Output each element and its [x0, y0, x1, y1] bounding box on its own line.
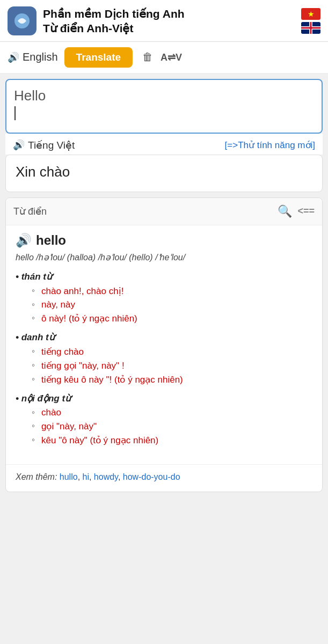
- swap-icon[interactable]: A⇌V: [161, 52, 182, 63]
- see-also-link-hullo[interactable]: hullo: [60, 472, 78, 481]
- translation-output: Xin chào: [5, 155, 323, 192]
- dictionary-icons: 🔍 <==: [278, 204, 315, 218]
- output-lang-row: 🔊 Tiếng Việt [=>Thử tính năng mới]: [5, 134, 323, 155]
- list-item: này, này: [32, 299, 312, 310]
- dictionary-title: Từ điển: [13, 206, 47, 217]
- dict-meanings-thantu: chào anh!, chào chị! này, này ô này! (tỏ…: [16, 286, 312, 324]
- list-item: chào anh!, chào chị!: [32, 286, 312, 297]
- app-title: Phần mềm Dịch tiếng Anh Từ điển Anh-Việt: [43, 6, 185, 36]
- list-item: kêu "ô này" (tỏ ý ngạc nhiên): [32, 435, 312, 446]
- source-lang-label: 🔊 English: [8, 51, 58, 63]
- dictionary-section: Từ điển 🔍 <== 🔊 hello hello /həˈlou/ (ha…: [5, 197, 323, 492]
- dict-meanings-danhtu: tiếng chào tiếng gọi "này, này" ! tiếng …: [16, 346, 312, 385]
- speaker-icon[interactable]: 🔊: [8, 52, 19, 63]
- source-text[interactable]: Hello: [14, 87, 314, 125]
- see-also-link-howdy[interactable]: howdy: [94, 472, 118, 481]
- dict-pos-thantu: thán từ: [16, 271, 312, 282]
- delete-icon[interactable]: 🗑: [142, 51, 153, 63]
- list-item: gọi "này, này": [32, 421, 312, 432]
- dict-pronunciation: hello /həˈlou/ (halloa) /həˈlou/ (hello)…: [16, 252, 312, 262]
- see-also-link-howdoyoudo[interactable]: how-do-you-do: [123, 472, 180, 481]
- translate-button[interactable]: Translate: [64, 47, 133, 68]
- list-item: tiếng kêu ô này "! (tỏ ý ngạc nhiên): [32, 374, 312, 385]
- new-feature-link[interactable]: [=>Thử tính năng mới]: [225, 140, 315, 151]
- dict-pos-danhtu: danh từ: [16, 332, 312, 343]
- see-also-link-hi[interactable]: hi: [83, 472, 89, 481]
- list-item: tiếng gọi "này, này" !: [32, 360, 312, 371]
- dict-search-icon[interactable]: 🔍: [278, 204, 292, 218]
- output-lang-label: 🔊 Tiếng Việt: [13, 139, 75, 151]
- dict-meanings-noidontu: chào gọi "này, này" kêu "ô này" (tỏ ý ng…: [16, 407, 312, 446]
- flag-vietnam: [301, 8, 320, 20]
- toolbar-actions: 🗑 A⇌V: [142, 51, 182, 63]
- dict-section-danhtu: danh từ tiếng chào tiếng gọi "này, này" …: [16, 332, 312, 385]
- list-item: ô này! (tỏ ý ngạc nhiên): [32, 313, 312, 324]
- dict-pos-noidontu: nội động từ: [16, 393, 312, 404]
- dict-word-title: 🔊 hello: [16, 233, 312, 248]
- input-area: Hello: [5, 79, 323, 134]
- header-left: Phần mềm Dịch tiếng Anh Từ điển Anh-Việt: [8, 6, 185, 36]
- list-item: tiếng chào: [32, 346, 312, 357]
- list-item: chào: [32, 407, 312, 418]
- flag-container: [301, 8, 320, 34]
- dictionary-header: Từ điển 🔍 <==: [6, 198, 322, 225]
- dict-section-thantu: thán từ chào anh!, chào chị! này, này ô …: [16, 271, 312, 324]
- flag-uk: [301, 22, 320, 34]
- see-also: Xem thêm: hullo, hi, howdy, how-do-you-d…: [6, 464, 322, 492]
- dict-speaker-icon[interactable]: 🔊: [16, 233, 32, 248]
- app-header: Phần mềm Dịch tiếng Anh Từ điển Anh-Việt: [0, 0, 328, 42]
- toolbar: 🔊 English Translate 🗑 A⇌V: [0, 42, 328, 74]
- app-logo: [8, 6, 37, 35]
- dict-section-noidontu: nội động từ chào gọi "này, này" kêu "ô n…: [16, 393, 312, 446]
- dict-back-icon[interactable]: <==: [297, 206, 315, 217]
- output-speaker-icon[interactable]: 🔊: [13, 139, 25, 151]
- dictionary-content: 🔊 hello hello /həˈlou/ (halloa) /həˈlou/…: [6, 225, 322, 464]
